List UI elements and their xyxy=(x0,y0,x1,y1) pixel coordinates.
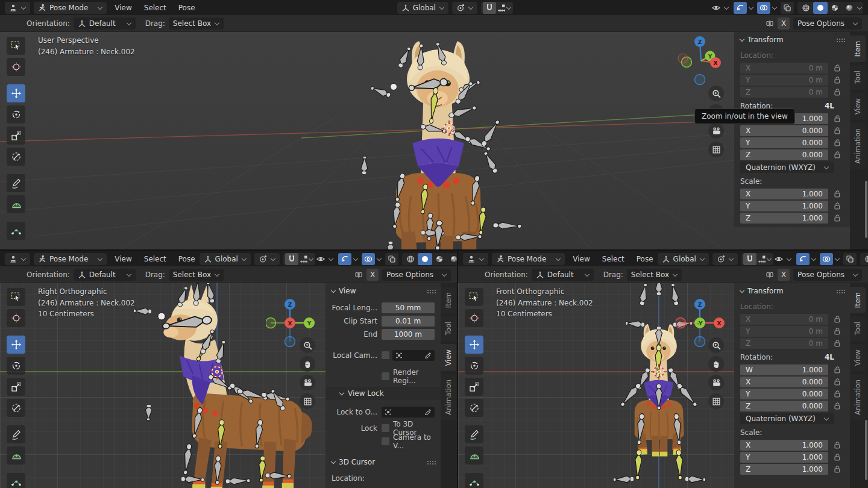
tool-select-box[interactable] xyxy=(465,288,483,306)
tool-measure[interactable] xyxy=(465,446,483,465)
snap-toggle[interactable] xyxy=(285,253,298,265)
orientation-dropdown[interactable]: Default xyxy=(532,269,594,281)
rotation-x-field[interactable]: X0.000 xyxy=(740,377,828,387)
pose-options-dropdown[interactable]: Pose Options xyxy=(793,269,862,281)
tab-view[interactable]: View xyxy=(850,93,866,120)
scale-y-field[interactable]: Y1.000 xyxy=(740,452,828,463)
pose-options-dropdown[interactable]: Pose Options xyxy=(793,17,862,30)
lock-icon[interactable] xyxy=(833,453,841,461)
tool-pose-breakdowner[interactable] xyxy=(7,473,25,488)
rotation-y-field[interactable]: Y0.000 xyxy=(740,389,828,399)
menu-select[interactable]: Select xyxy=(140,4,171,12)
pivot-point-dropdown[interactable] xyxy=(712,253,738,265)
lock-icon[interactable] xyxy=(833,315,841,323)
snap-toggle[interactable] xyxy=(743,253,756,265)
tab-animation[interactable]: Animation xyxy=(441,374,456,421)
tool-transform[interactable] xyxy=(7,399,25,417)
overlays-dropdown[interactable] xyxy=(772,4,777,9)
gizmo-toggle[interactable] xyxy=(796,253,810,265)
shading-wireframe[interactable] xyxy=(861,253,868,265)
panel-scrollbar[interactable] xyxy=(865,420,867,480)
tool-annotate[interactable] xyxy=(7,425,25,443)
panel-drag-dots-icon[interactable] xyxy=(427,289,436,293)
tool-cursor[interactable] xyxy=(7,309,25,327)
location-y-field[interactable]: Y0 m xyxy=(740,326,828,337)
transform-orientation-dropdown[interactable]: Global xyxy=(397,2,448,14)
tool-scale[interactable] xyxy=(7,378,25,396)
pivot-point-dropdown[interactable] xyxy=(452,2,477,14)
tool-transform[interactable] xyxy=(7,148,25,166)
drag-dropdown[interactable]: Select Box xyxy=(169,17,224,30)
focal-length-field[interactable]: 50 mm xyxy=(382,302,435,313)
shading-wireframe[interactable] xyxy=(799,2,813,14)
tool-pose-breakdowner[interactable] xyxy=(7,222,25,240)
panel-scrollbar[interactable] xyxy=(865,181,867,238)
mirror-x-button[interactable]: X xyxy=(778,269,790,281)
snap-settings-dropdown[interactable] xyxy=(758,255,772,263)
transform-panel-header[interactable]: Transform xyxy=(734,31,850,47)
lock-icon[interactable] xyxy=(833,114,841,122)
gizmo-toggle[interactable] xyxy=(338,253,351,265)
tab-view[interactable]: View xyxy=(850,344,866,371)
render-region-checkbox[interactable] xyxy=(382,372,389,380)
camera-view-button[interactable] xyxy=(708,123,724,139)
lock-icon[interactable] xyxy=(833,76,841,84)
eyedropper-icon[interactable] xyxy=(424,352,432,359)
scale-z-field[interactable]: Z1.000 xyxy=(740,464,828,475)
mode-dropdown[interactable]: Pose Mode xyxy=(34,2,107,14)
gizmo-toggle[interactable] xyxy=(734,2,747,14)
location-z-field[interactable]: Z0 m xyxy=(740,87,828,98)
tool-transform[interactable] xyxy=(465,399,483,417)
overlays-toggle[interactable] xyxy=(757,2,770,14)
menu-select[interactable]: Select xyxy=(598,255,629,263)
tool-cursor[interactable] xyxy=(7,58,25,76)
lock-icon[interactable] xyxy=(833,378,841,386)
scale-y-field[interactable]: Y1.000 xyxy=(740,201,828,211)
lock-icon[interactable] xyxy=(833,190,841,198)
tab-tool[interactable]: Tool xyxy=(850,65,866,89)
lock-icon[interactable] xyxy=(833,402,841,410)
shading-wireframe[interactable] xyxy=(403,253,418,265)
eyedropper-icon[interactable] xyxy=(424,408,432,416)
drag-dropdown[interactable]: Select Box xyxy=(627,269,682,281)
rotation-x-field[interactable]: X0.000 xyxy=(740,125,828,136)
scale-x-field[interactable]: X1.000 xyxy=(740,189,828,199)
tool-scale[interactable] xyxy=(465,378,483,396)
tool-annotate[interactable] xyxy=(7,174,25,192)
xray-toggle[interactable] xyxy=(781,2,794,14)
editor-type-button[interactable] xyxy=(5,2,30,14)
editor-type-button[interactable] xyxy=(463,253,488,265)
menu-select[interactable]: Select xyxy=(140,255,171,263)
shading-dropdown[interactable] xyxy=(857,4,862,9)
tab-tool[interactable]: Tool xyxy=(441,316,456,340)
zoom-view-button[interactable] xyxy=(708,337,724,353)
rotation-mode-select[interactable]: Quaternion (WXYZ) xyxy=(740,413,834,424)
pose-options-dropdown[interactable]: Pose Options xyxy=(382,269,451,281)
zoom-view-button[interactable] xyxy=(300,337,315,353)
rotation-mode-select[interactable]: Quaternion (WXYZ) xyxy=(740,161,834,173)
drag-dropdown[interactable]: Select Box xyxy=(169,269,224,281)
axis-neg-x-ball[interactable] xyxy=(678,54,688,63)
toggle-ortho-button[interactable] xyxy=(708,393,724,409)
toggle-ortho-button[interactable] xyxy=(300,393,315,409)
local-camera-checkbox[interactable] xyxy=(382,351,389,359)
axis-neg-y-ball[interactable] xyxy=(266,318,276,328)
tool-select-box[interactable] xyxy=(7,37,25,55)
overlays-toggle[interactable] xyxy=(820,253,833,265)
lock-icon[interactable] xyxy=(833,465,841,473)
axis-neg-x-ball[interactable] xyxy=(676,318,686,328)
menu-view[interactable]: View xyxy=(110,255,136,263)
xray-toggle[interactable] xyxy=(843,253,857,265)
tab-animation[interactable]: Animation xyxy=(850,123,866,169)
local-camera-object-field[interactable] xyxy=(392,350,435,361)
cursor-panel-header[interactable]: 3D Cursor xyxy=(326,454,441,469)
transform-orientation-dropdown[interactable]: Global xyxy=(200,253,251,265)
axis-neg-z-ball[interactable] xyxy=(695,75,705,85)
scale-x-field[interactable]: X1.000 xyxy=(740,440,828,451)
object-visibility-dropdown[interactable] xyxy=(315,253,335,265)
gizmo-dropdown[interactable] xyxy=(749,4,753,9)
snap-settings-dropdown[interactable] xyxy=(497,4,511,12)
tool-measure[interactable] xyxy=(7,446,25,465)
lock-icon[interactable] xyxy=(833,64,841,72)
camera-view-button[interactable] xyxy=(708,375,724,390)
